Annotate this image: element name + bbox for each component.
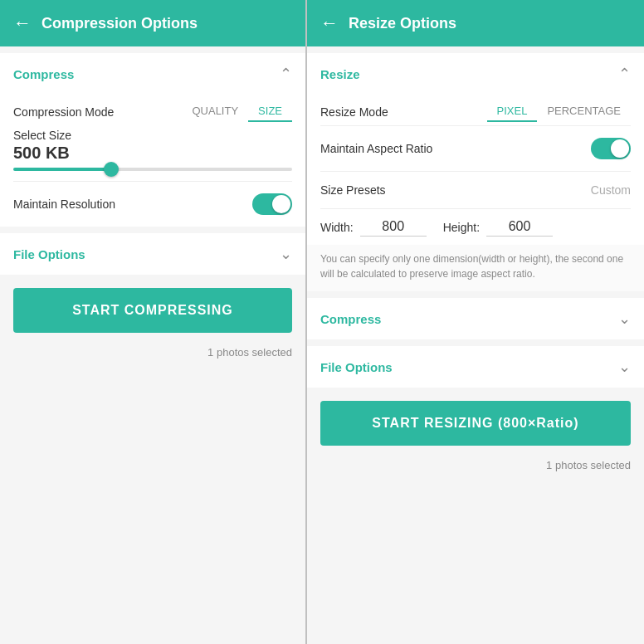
right-back-button[interactable]: ←: [320, 12, 339, 34]
right-file-options-header[interactable]: File Options ⌄: [307, 346, 644, 388]
size-presets-value: Custom: [591, 183, 631, 197]
percentage-mode-tab[interactable]: PERCENTAGE: [537, 101, 631, 122]
size-slider-track[interactable]: [13, 168, 292, 171]
pixel-mode-tab[interactable]: PIXEL: [487, 101, 538, 122]
right-file-options-chevron-icon: ⌄: [618, 358, 631, 376]
dimensions-row: Width: Height:: [307, 209, 644, 245]
left-panel-content: Compress ⌃ Compression Mode QUALITY SIZE…: [0, 46, 305, 644]
size-slider-container: Select Size 500 KB: [0, 125, 305, 181]
maintain-aspect-toggle-knob: [611, 139, 629, 158]
compress-section-title: Compress: [13, 67, 74, 81]
compression-mode-tabs: QUALITY SIZE: [182, 101, 292, 122]
dimension-info-text: You can specify only one dimension(width…: [307, 245, 644, 291]
resize-mode-tabs: PIXEL PERCENTAGE: [487, 101, 631, 122]
left-file-options-section: File Options ⌄: [0, 233, 305, 275]
width-label: Width:: [320, 221, 354, 234]
maintain-aspect-toggle[interactable]: [591, 138, 631, 159]
compress-section-header[interactable]: Compress ⌃: [0, 53, 305, 95]
left-header-title: Compression Options: [41, 15, 198, 32]
right-compress-chevron-icon: ⌄: [618, 310, 631, 328]
resize-mode-row: Resize Mode PIXEL PERCENTAGE: [307, 95, 644, 125]
resize-mode-label: Resize Mode: [320, 105, 388, 119]
start-resizing-button[interactable]: START RESIZING (800×Ratio): [320, 401, 631, 446]
width-input[interactable]: [360, 217, 427, 237]
right-compress-section: Compress ⌄: [307, 298, 644, 339]
size-presets-row: Size Presets Custom: [307, 172, 644, 208]
left-file-options-chevron-icon: ⌄: [280, 245, 292, 263]
compression-mode-label: Compression Mode: [13, 105, 114, 119]
right-photos-selected: 1 photos selected: [307, 459, 644, 485]
maintain-resolution-row: Maintain Resolution: [0, 182, 305, 227]
right-header: ← Resize Options: [307, 0, 644, 46]
left-photos-selected: 1 photos selected: [0, 346, 305, 372]
left-panel: ← Compression Options Compress ⌃ Compres…: [0, 0, 307, 644]
right-compress-header[interactable]: Compress ⌄: [307, 298, 644, 339]
right-file-options-title: File Options: [320, 360, 393, 374]
compress-section: Compress ⌃ Compression Mode QUALITY SIZE…: [0, 53, 305, 227]
left-file-options-header[interactable]: File Options ⌄: [0, 233, 305, 275]
maintain-aspect-label: Maintain Aspect Ratio: [320, 142, 432, 155]
toggle-knob: [272, 195, 290, 213]
compress-chevron-up-icon: ⌃: [280, 65, 292, 83]
right-panel-content: Resize ⌃ Resize Mode PIXEL PERCENTAGE Ma…: [307, 46, 644, 644]
height-label: Height:: [443, 221, 480, 234]
size-value: 500 KB: [13, 144, 292, 163]
size-mode-tab[interactable]: SIZE: [248, 101, 292, 122]
left-back-button[interactable]: ←: [13, 12, 32, 34]
resize-section-title: Resize: [320, 67, 360, 81]
quality-mode-tab[interactable]: QUALITY: [182, 101, 248, 122]
right-compress-title: Compress: [320, 312, 381, 326]
left-file-options-title: File Options: [13, 247, 85, 261]
compression-mode-row: Compression Mode QUALITY SIZE: [0, 95, 305, 125]
size-slider-thumb[interactable]: [104, 162, 119, 177]
maintain-aspect-row: Maintain Aspect Ratio: [307, 126, 644, 171]
left-header: ← Compression Options: [0, 0, 305, 46]
resize-section: Resize ⌃ Resize Mode PIXEL PERCENTAGE Ma…: [307, 53, 644, 291]
maintain-resolution-toggle[interactable]: [252, 193, 292, 215]
height-input[interactable]: [486, 217, 553, 237]
right-panel: ← Resize Options Resize ⌃ Resize Mode PI…: [307, 0, 644, 644]
start-compressing-button[interactable]: START COMPRESSING: [13, 288, 292, 333]
resize-section-header[interactable]: Resize ⌃: [307, 53, 644, 95]
size-presets-label: Size Presets: [320, 183, 386, 197]
right-file-options-section: File Options ⌄: [307, 346, 644, 388]
maintain-resolution-label: Maintain Resolution: [13, 198, 115, 211]
right-header-title: Resize Options: [349, 15, 456, 32]
select-size-label: Select Size: [13, 129, 292, 142]
resize-chevron-up-icon: ⌃: [618, 65, 631, 83]
